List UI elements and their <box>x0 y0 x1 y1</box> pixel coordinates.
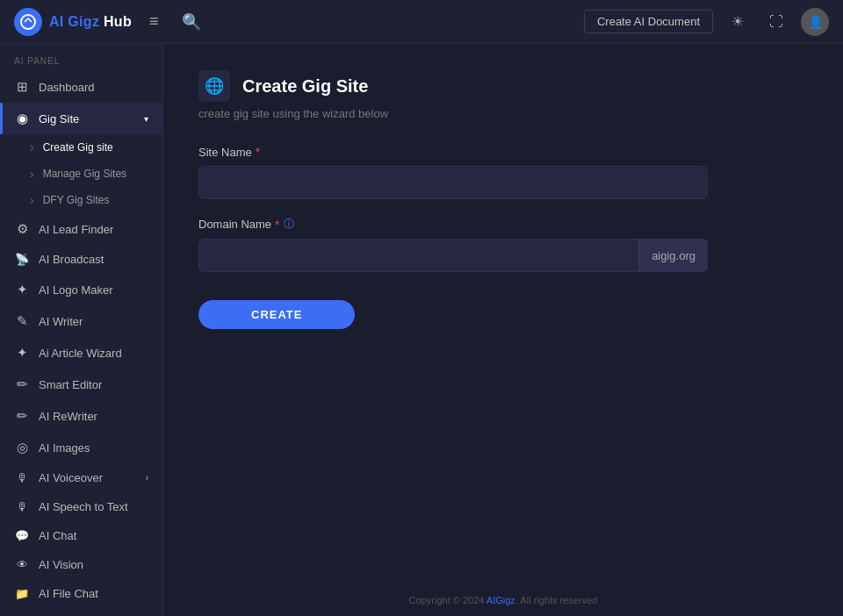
fullscreen-icon: ⛶ <box>769 14 783 30</box>
sidebar-item-gig-site[interactable]: ◉ Gig Site ▾ <box>0 103 162 134</box>
dfy-gig-sites-label: DFY Gig Sites <box>43 194 110 206</box>
main-layout: AI PANEL ⊞ Dashboard ◉ Gig Site ▾ Create… <box>0 44 843 616</box>
sidebar-item-ai-logo-maker[interactable]: ✦ AI Logo Maker <box>0 274 162 305</box>
sidebar-item-ai-chat[interactable]: 💬 AI Chat <box>0 521 162 550</box>
content-inner: 🌐 Create Gig Site create gig site using … <box>163 44 843 355</box>
ai-file-chat-icon: 📁 <box>14 587 30 600</box>
chevron-down-icon: ▾ <box>144 114 148 124</box>
topnav-right: Create AI Document ☀ ⛶ 👤 <box>584 8 829 36</box>
menu-toggle-button[interactable]: ≡ <box>144 9 164 34</box>
create-gig-site-form: Site Name * Domain Name * ⓘ aigig.org <box>198 145 808 329</box>
site-name-label-text: Site Name <box>198 146 252 159</box>
sidebar-item-ai-writer[interactable]: ✎ AI Writer <box>0 305 162 337</box>
logo-area: AI Gigz Hub <box>14 8 132 36</box>
sidebar-label-ai-voiceover: AI Voiceover <box>39 471 103 484</box>
ai-voiceover-chevron-right-icon: › <box>146 473 148 483</box>
site-name-input[interactable] <box>198 166 708 199</box>
search-button[interactable]: 🔍 <box>177 9 206 35</box>
sidebar-label-ai-rewriter: AI ReWriter <box>39 410 97 423</box>
site-name-group: Site Name * <box>198 145 808 199</box>
ai-chat-icon: 💬 <box>14 529 30 542</box>
domain-name-label-text: Domain Name <box>198 218 271 231</box>
dashboard-icon: ⊞ <box>14 79 30 95</box>
ai-vision-icon: 👁 <box>14 558 30 571</box>
site-name-label: Site Name * <box>198 145 808 159</box>
avatar[interactable]: 👤 <box>801 8 829 36</box>
sidebar-item-ai-file-chat[interactable]: 📁 AI File Chat <box>0 579 162 608</box>
sidebar: AI PANEL ⊞ Dashboard ◉ Gig Site ▾ Create… <box>0 44 163 616</box>
sidebar-item-dashboard[interactable]: ⊞ Dashboard <box>0 71 162 103</box>
create-button[interactable]: CREATE <box>198 300 355 329</box>
domain-suffix: aigig.org <box>638 239 708 272</box>
logo-brand: AI Gigz <box>49 14 99 29</box>
sidebar-item-ai-broadcast[interactable]: 📡 AI Broadcast <box>0 245 162 274</box>
sidebar-label-ai-images: AI Images <box>39 441 90 455</box>
logo-hub: Hub <box>104 14 132 29</box>
site-name-required-indicator: * <box>256 145 260 159</box>
sidebar-item-ai-article-wizard[interactable]: ✦ Ai Article Wizard <box>0 337 162 369</box>
ai-rewriter-icon: ✏ <box>14 408 30 424</box>
sidebar-section-label: AI PANEL <box>0 44 162 71</box>
sidebar-label-ai-article-wizard: Ai Article Wizard <box>39 347 122 360</box>
sidebar-label-ai-logo-maker: AI Logo Maker <box>39 283 113 297</box>
sidebar-label-ai-file-chat: AI File Chat <box>39 587 98 600</box>
sidebar-gig-site-submenu: Create Gig site Manage Gig Sites DFY Gig… <box>0 134 162 213</box>
footer-brand-link[interactable]: AIGigz <box>486 595 515 605</box>
ai-writer-icon: ✎ <box>14 313 30 329</box>
domain-name-group: Domain Name * ⓘ aigig.org <box>198 217 808 272</box>
sidebar-sub-item-dfy-gig-sites[interactable]: DFY Gig Sites <box>0 187 162 213</box>
sidebar-item-ai-lead-finder[interactable]: ⚙ AI Lead Finder <box>0 213 162 245</box>
sun-icon: ☀ <box>731 13 744 30</box>
domain-name-label: Domain Name * ⓘ <box>198 217 808 232</box>
page-header-icon: 🌐 <box>198 70 230 102</box>
gig-site-icon: ◉ <box>14 111 30 126</box>
ai-speech-icon: 🎙 <box>14 500 30 513</box>
sidebar-label-ai-lead-finder: AI Lead Finder <box>39 223 113 236</box>
avatar-icon: 👤 <box>808 15 823 29</box>
search-icon: 🔍 <box>182 13 201 31</box>
create-button-label: CREATE <box>251 308 302 321</box>
create-doc-label: Create AI Document <box>597 15 700 28</box>
sidebar-label-smart-editor: Smart Editor <box>39 378 102 391</box>
sidebar-label-ai-speech: AI Speech to Text <box>39 500 128 513</box>
globe-icon: 🌐 <box>205 76 224 96</box>
sidebar-label-ai-chat: AI Chat <box>39 529 76 542</box>
page-subtitle: create gig site using the wizard below <box>198 107 808 120</box>
ai-logo-maker-icon: ✦ <box>14 282 30 297</box>
svg-point-0 <box>21 15 35 29</box>
ai-images-icon: ◎ <box>14 440 30 455</box>
sidebar-item-ai-rewriter[interactable]: ✏ AI ReWriter <box>0 400 162 432</box>
sidebar-label-dashboard: Dashboard <box>39 81 95 94</box>
top-navbar: AI Gigz Hub ≡ 🔍 Create AI Document ☀ ⛶ 👤 <box>0 0 843 44</box>
logo-icon <box>14 8 42 36</box>
smart-editor-icon: ✏ <box>14 376 30 392</box>
sidebar-label-gig-site: Gig Site <box>39 112 79 125</box>
create-ai-document-button[interactable]: Create AI Document <box>584 10 713 33</box>
sidebar-item-ai-voiceover[interactable]: 🎙 AI Voiceover › <box>0 463 162 492</box>
sidebar-item-smart-editor[interactable]: ✏ Smart Editor <box>0 369 162 400</box>
page-title: Create Gig Site <box>242 76 368 97</box>
sidebar-label-ai-vision: AI Vision <box>39 558 83 571</box>
sun-button[interactable]: ☀ <box>724 8 752 36</box>
sidebar-label-ai-broadcast: AI Broadcast <box>39 253 104 266</box>
content-area: 🌐 Create Gig Site create gig site using … <box>163 44 843 616</box>
fullscreen-button[interactable]: ⛶ <box>762 8 790 36</box>
footer-copyright-text: Copyright © 2024 <box>409 595 486 605</box>
ai-lead-finder-icon: ⚙ <box>14 221 30 237</box>
footer-suffix: . All rights reserved <box>515 595 598 605</box>
sidebar-item-ai-images[interactable]: ◎ AI Images <box>0 432 162 463</box>
sidebar-sub-item-create-gig-site[interactable]: Create Gig site <box>0 134 162 161</box>
sidebar-sub-item-manage-gig-sites[interactable]: Manage Gig Sites <box>0 161 162 187</box>
ai-broadcast-icon: 📡 <box>14 253 30 266</box>
topnav-left: AI Gigz Hub ≡ 🔍 <box>14 8 206 36</box>
domain-input-wrapper: aigig.org <box>198 239 708 272</box>
create-gig-site-label: Create Gig site <box>43 141 113 154</box>
page-header: 🌐 Create Gig Site <box>198 70 808 102</box>
domain-name-info-icon[interactable]: ⓘ <box>284 217 294 232</box>
sidebar-item-ai-speech[interactable]: 🎙 AI Speech to Text <box>0 492 162 521</box>
logo-text: AI Gigz Hub <box>49 14 132 30</box>
sidebar-item-ai-vision[interactable]: 👁 AI Vision <box>0 550 162 579</box>
ai-article-wizard-icon: ✦ <box>14 345 30 361</box>
domain-name-input[interactable] <box>198 239 708 272</box>
ai-voiceover-icon: 🎙 <box>14 471 30 484</box>
